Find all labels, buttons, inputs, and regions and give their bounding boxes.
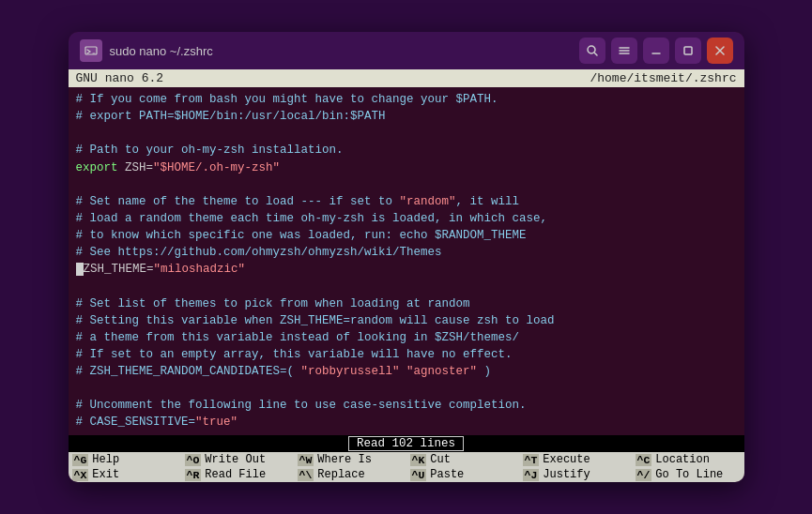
nano-header: GNU nano 6.2 /home/itsmeit/.zshrc <box>69 69 744 87</box>
menu-button[interactable] <box>611 38 637 64</box>
shortcut-key-U: ^U <box>410 469 427 481</box>
svg-line-2 <box>594 53 597 56</box>
shortcut-write-out[interactable]: ^O Write Out <box>181 452 294 467</box>
editor-line: export ZSH="$HOME/.oh-my-zsh" <box>76 159 737 176</box>
editor-line: # Setting this variable when ZSH_THEME=r… <box>76 312 737 329</box>
shortcut-cut[interactable]: ^K Cut <box>406 452 519 467</box>
editor-line: # See https://github.com/ohmyzsh/ohmyzsh… <box>76 244 737 261</box>
search-button[interactable] <box>579 38 605 64</box>
shortcut-where-is[interactable]: ^W Where Is <box>294 452 406 467</box>
shortcut-key-J: ^J <box>523 469 540 481</box>
window-title: sudo nano ~/.zshrc <box>110 44 213 58</box>
window-controls <box>579 38 733 64</box>
shortcut-label-write-out: Write Out <box>205 453 266 466</box>
titlebar-left: sudo nano ~/.zshrc <box>80 39 213 62</box>
editor-line: # CASE_SENSITIVE="true" <box>76 414 737 431</box>
editor-line: # export PATH=$HOME/bin:/usr/local/bin:$… <box>76 108 737 125</box>
shortcut-label-paste: Paste <box>430 468 464 481</box>
shortcut-key-X: ^X <box>72 469 89 481</box>
editor-line <box>76 176 737 193</box>
shortcut-label-location: Location <box>655 453 710 466</box>
shortcut-key-slash: ^/ <box>636 469 652 481</box>
editor-line: # If you come from bash you might have t… <box>76 91 737 108</box>
shortcut-goto-line[interactable]: ^/ Go To Line <box>632 467 744 482</box>
editor-line: # If set to an empty array, this variabl… <box>76 346 737 363</box>
shortcut-execute[interactable]: ^T Execute <box>519 452 632 467</box>
shortcut-key-K: ^K <box>410 454 427 466</box>
maximize-button[interactable] <box>675 38 701 64</box>
svg-point-1 <box>588 46 595 53</box>
status-bar: Read 102 lines <box>69 435 744 452</box>
minimize-button[interactable] <box>643 38 669 64</box>
editor-line <box>76 278 737 295</box>
editor-area[interactable]: # If you come from bash you might have t… <box>69 87 744 435</box>
shortcut-bar: ^G Help ^O Write Out ^W Where Is ^K Cut … <box>69 452 744 482</box>
editor-line: # Path to your oh-my-zsh installation. <box>76 142 737 159</box>
shortcut-key-G: ^G <box>72 454 89 466</box>
editor-line <box>76 125 737 142</box>
svg-rect-7 <box>684 47 692 54</box>
shortcut-row-1: ^G Help ^O Write Out ^W Where Is ^K Cut … <box>69 452 744 467</box>
editor-line: ZSH_THEME="miloshadzic" <box>76 261 737 278</box>
app-icon <box>80 39 102 62</box>
editor-line: # Uncomment the following line to use ca… <box>76 397 737 414</box>
nano-version: GNU nano 6.2 <box>76 71 164 85</box>
shortcut-key-O: ^O <box>185 454 202 466</box>
shortcut-label-help: Help <box>92 453 119 466</box>
shortcut-row-2: ^X Exit ^R Read File ^\ Replace ^U Paste… <box>69 467 744 482</box>
shortcut-label-cut: Cut <box>430 453 451 466</box>
shortcut-label-replace: Replace <box>317 468 364 481</box>
shortcut-label-where-is: Where Is <box>317 453 372 466</box>
shortcut-paste[interactable]: ^U Paste <box>406 467 519 482</box>
editor-line: # Set name of the theme to load --- if s… <box>76 193 737 210</box>
editor-line: # ZSH_THEME_RANDOM_CANDIDATES=( "robbyru… <box>76 363 737 380</box>
editor-line: # load a random theme each time oh-my-zs… <box>76 210 737 227</box>
shortcut-exit[interactable]: ^X Exit <box>69 467 181 482</box>
shortcut-location[interactable]: ^C Location <box>632 452 744 467</box>
shortcut-key-W: ^W <box>298 454 314 466</box>
shortcut-label-execute: Execute <box>543 453 590 466</box>
shortcut-label-exit: Exit <box>92 468 119 481</box>
shortcut-label-justify: Justify <box>543 468 590 481</box>
shortcut-key-backslash: ^\ <box>298 469 314 481</box>
terminal-window: sudo nano ~/.zshrc <box>69 32 744 482</box>
status-text: Read 102 lines <box>348 436 464 451</box>
titlebar: sudo nano ~/.zshrc <box>69 32 744 69</box>
nano-filename: /home/itsmeit/.zshrc <box>590 71 736 85</box>
editor-line: # a theme from this variable instead of … <box>76 329 737 346</box>
editor-line <box>76 380 737 397</box>
shortcut-label-read-file: Read File <box>205 468 266 481</box>
shortcut-key-C: ^C <box>636 454 652 466</box>
shortcut-replace[interactable]: ^\ Replace <box>294 467 406 482</box>
shortcut-key-R: ^R <box>185 469 202 481</box>
shortcut-key-T: ^T <box>523 454 540 466</box>
close-button[interactable] <box>707 38 733 64</box>
shortcut-read-file[interactable]: ^R Read File <box>181 467 294 482</box>
shortcut-help[interactable]: ^G Help <box>69 452 181 467</box>
editor-line: # Set list of themes to pick from when l… <box>76 295 737 312</box>
shortcut-label-goto-line: Go To Line <box>655 468 723 481</box>
editor-line: # to know which specific one was loaded,… <box>76 227 737 244</box>
shortcut-justify[interactable]: ^J Justify <box>519 467 632 482</box>
